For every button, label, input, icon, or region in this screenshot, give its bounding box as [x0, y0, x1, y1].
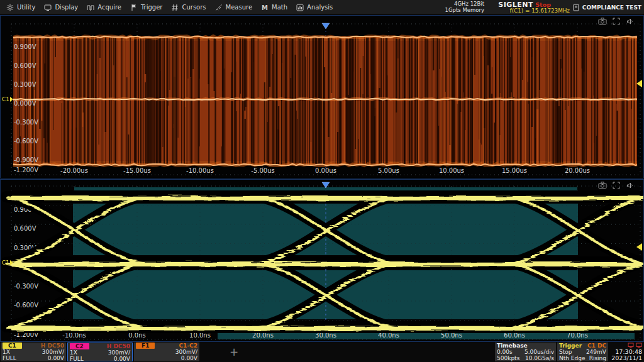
- panel-toolbar: [598, 182, 633, 189]
- zoom-waveform-icon[interactable]: [626, 182, 633, 189]
- axis-label: 0.300V: [14, 81, 36, 88]
- menu-item-acquire[interactable]: Acquire: [87, 4, 121, 11]
- header-right: 4GHz 12Bit 1Gpts Memory SIGLENT Stop f(C…: [436, 0, 644, 14]
- axis-label: 0.000V: [14, 100, 36, 107]
- camera-icon[interactable]: [598, 18, 607, 25]
- camera-icon[interactable]: [598, 182, 607, 189]
- axis-label: -0.600V: [14, 302, 38, 309]
- compliance-test-label: COMPLIANCE TEST: [582, 4, 641, 11]
- axis-label: -0.300V: [14, 283, 38, 290]
- menu-item-label: Utility: [17, 4, 35, 11]
- analysis-icon: [296, 4, 304, 11]
- menu-item-label: Trigger: [141, 4, 163, 11]
- add-channel-button[interactable]: +: [201, 343, 267, 361]
- f1-badge: F1: [136, 343, 155, 349]
- menu-item-analysis[interactable]: Analysis: [296, 4, 333, 11]
- menu-item-label: Display: [55, 4, 78, 11]
- function-f1-box[interactable]: F1 C1-C2 300mV/ 0.00V: [134, 343, 199, 361]
- panel-toolbar: [598, 18, 633, 25]
- axis-label: -0.600V: [14, 138, 38, 145]
- cursors-icon: [171, 4, 179, 11]
- timebase-title: Timebase: [497, 343, 528, 349]
- menu-item-cursors[interactable]: Cursors: [171, 4, 206, 11]
- axis-label: C1: [2, 96, 9, 102]
- expand-icon[interactable]: [613, 18, 620, 25]
- eye-graticule: 0.900V0.600V0.300V0.000V-0.300V-0.600V-0…: [1, 180, 643, 341]
- status-bar: C1 H DC50 1X 300mV/ FULL 0.00V C2 H DC50…: [0, 342, 644, 362]
- document-icon: [573, 4, 579, 11]
- display-icon: [44, 4, 52, 11]
- axis-label: 10.00us: [439, 167, 464, 174]
- trigger-position-marker[interactable]: [322, 23, 330, 29]
- main-waveform-panel[interactable]: 0.900V0.600V0.300V0.000V-0.300V-0.600V-0…: [0, 15, 644, 178]
- c2-coupling: H DC50: [107, 343, 130, 349]
- trigger-level-marker[interactable]: [636, 243, 642, 251]
- axis-label: -5.00us: [251, 167, 274, 174]
- axis-label: 0.900V: [14, 43, 36, 50]
- clock-date: 2023/11/1: [598, 355, 642, 361]
- c2-attenuation: 1X: [70, 349, 77, 356]
- c1-scale: 300mV/: [42, 349, 64, 355]
- c2-badge: C2: [70, 343, 89, 349]
- menu-item-label: Math: [272, 4, 287, 11]
- clock-block: 17:30:48 2023/11/1: [598, 343, 642, 361]
- channel-c2-box[interactable]: C2 H DC50 1X 300mV/ FULL 0.00V: [67, 343, 133, 361]
- menu-bar: Utility Display Acquire Trigger Cursors …: [0, 0, 644, 14]
- menu-item-trigger[interactable]: Trigger: [130, 4, 163, 11]
- axis-label: -0.300V: [14, 119, 38, 126]
- axis-label: 15.00us: [502, 167, 527, 174]
- c2-offset: 0.00V: [114, 356, 130, 361]
- c1-badge: C1: [3, 343, 22, 349]
- trigger-type: Nth Edge: [559, 355, 585, 361]
- axis-label: -10.00us: [186, 167, 214, 174]
- f1-scale: 300mV/: [175, 349, 197, 355]
- axis-label: 5.00us: [378, 167, 399, 174]
- axis-label: 20.00us: [565, 167, 590, 174]
- measure-icon: [215, 4, 223, 11]
- c1-offset: 0.00V: [48, 355, 64, 361]
- axis-label: 0.00us: [315, 167, 336, 174]
- f1-offset: 0.00V: [181, 355, 197, 361]
- frequency-counter: f(C1) = 15.61723MHz: [510, 8, 570, 14]
- timebase-points: 500kpts: [497, 355, 519, 361]
- c2-scale: 300mV/: [108, 349, 130, 356]
- axis-label: C1: [2, 260, 9, 266]
- axis-label: -1.200V: [14, 167, 38, 173]
- c1-bandwidth: FULL: [3, 355, 16, 361]
- math-icon: M: [261, 4, 269, 11]
- menu-item-label: Analysis: [307, 4, 333, 11]
- oscilloscope-screen: { "menu": { "items": [ {"label": "Utilit…: [0, 0, 644, 362]
- expand-icon[interactable]: [613, 182, 620, 189]
- zoom-waveform-icon[interactable]: [626, 18, 633, 25]
- menu-item-label: Cursors: [182, 4, 206, 11]
- memory-label: 1Gpts Memory: [445, 8, 484, 14]
- timebase-rate: 10.0GSa/s: [525, 355, 554, 361]
- eye-diagram-panel[interactable]: 0.900V0.600V0.300V0.000V-0.300V-0.600V-0…: [0, 179, 644, 342]
- timebase-delay: 0.00s: [497, 349, 513, 355]
- menu-item-measure[interactable]: Measure: [215, 4, 253, 11]
- trigger-level-marker[interactable]: [636, 80, 642, 87]
- trigger-position-marker[interactable]: [322, 182, 330, 188]
- timebase-box[interactable]: Timebase 0.00s 5.00us/div 500kpts 10.0GS…: [495, 343, 556, 361]
- flag-icon: [130, 4, 138, 11]
- trigger-mode: Stop: [559, 349, 572, 355]
- axis-label: 0.600V: [14, 225, 36, 232]
- c1-waveform: [13, 36, 637, 165]
- timebase-scale: 5.00us/div: [525, 349, 554, 355]
- menu-item-label: Measure: [226, 4, 253, 11]
- menu-item-math[interactable]: M Math: [261, 4, 287, 11]
- axis-label: -0.900V: [14, 156, 38, 163]
- channel-offset-marker[interactable]: C1: [2, 96, 13, 102]
- acquire-icon: [87, 4, 94, 11]
- compliance-test-button[interactable]: COMPLIANCE TEST: [573, 4, 641, 11]
- hardware-info: 4GHz 12Bit 1Gpts Memory: [445, 1, 484, 13]
- c1-attenuation: 1X: [3, 349, 10, 355]
- trigger-title: Trigger: [559, 343, 582, 349]
- channel-c1-box[interactable]: C1 H DC50 1X 300mV/ FULL 0.00V: [1, 343, 66, 361]
- menu-item-display[interactable]: Display: [44, 4, 78, 11]
- menu-item-utility[interactable]: Utility: [6, 4, 35, 11]
- axis-label: -20.00us: [60, 167, 88, 174]
- menu-item-label: Acquire: [97, 4, 121, 11]
- axis-label: 0.600V: [14, 62, 36, 69]
- axis-label: -15.00us: [123, 167, 151, 174]
